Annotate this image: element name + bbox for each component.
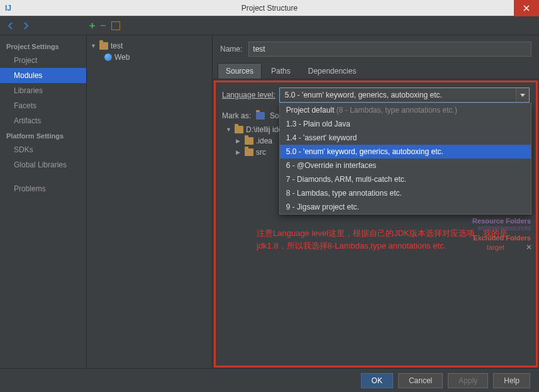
lang-option-50[interactable]: 5.0 - 'enum' keyword, generics, autoboxi… — [280, 145, 531, 159]
tab-dependencies[interactable]: Dependencies — [300, 63, 365, 79]
tab-paths[interactable]: Paths — [263, 63, 299, 79]
lang-option-14[interactable]: 1.4 - 'assert' keyword — [280, 131, 531, 145]
lang-option-6[interactable]: 6 - @Override in interfaces — [280, 159, 531, 172]
folder-icon — [245, 137, 253, 145]
expand-icon: ▼ — [91, 43, 97, 49]
collapse-icon: ▶ — [236, 149, 242, 155]
dir-label: src — [256, 148, 266, 157]
sidebar-item-modules[interactable]: Modules — [0, 68, 86, 83]
remove-button[interactable]: − — [100, 20, 106, 31]
copy-button[interactable] — [111, 21, 120, 30]
module-tree-web[interactable]: Web — [87, 52, 212, 63]
name-input[interactable] — [248, 42, 531, 57]
lang-option-9[interactable]: 9 - Jigsaw project etc. — [280, 200, 531, 214]
expand-icon: ▼ — [226, 126, 232, 133]
app-icon: IJ — [0, 0, 16, 16]
language-level-row: Language level: 5.0 - 'enum' keyword, ge… — [222, 87, 530, 103]
module-tree-panel: ▼ test Web — [87, 35, 213, 367]
arrow-right-icon — [22, 22, 30, 30]
sidebar-item-problems[interactable]: Problems — [0, 181, 86, 196]
resource-folders-header: Resource Folders — [424, 217, 537, 225]
mark-as-label: Mark as: — [222, 111, 251, 120]
tab-sources[interactable]: Sources — [218, 63, 262, 79]
ok-button[interactable]: OK — [361, 373, 393, 388]
help-button[interactable]: Help — [493, 373, 530, 388]
sidebar-item-sdks[interactable]: SDKs — [0, 142, 86, 157]
dialog-footer: OK Cancel Apply Help — [0, 368, 539, 392]
lang-option-13[interactable]: 1.3 - Plain old Java — [280, 117, 531, 131]
toolbar: + − — [0, 16, 539, 35]
window-title: Project Structure — [0, 4, 539, 13]
language-level-select[interactable]: 5.0 - 'enum' keyword, generics, autoboxi… — [279, 87, 530, 103]
module-tabs: Sources Paths Dependencies — [213, 63, 539, 79]
main-body: Project Settings Project Modules Librari… — [0, 35, 539, 367]
sources-panel: Language level: 5.0 - 'enum' keyword, ge… — [214, 81, 538, 367]
lang-option-7[interactable]: 7 - Diamonds, ARM, multi-catch etc. — [280, 172, 531, 186]
language-level-dropdown: Project default (8 - Lambdas, type annot… — [279, 103, 531, 215]
arrow-left-icon — [7, 22, 14, 30]
sidebar-item-global-libraries[interactable]: Global Libraries — [0, 157, 86, 172]
folder-icon — [99, 42, 108, 50]
language-level-label: Language level: — [222, 91, 275, 99]
module-name: test — [111, 42, 123, 50]
module-editor: Name: Sources Paths Dependencies Languag… — [213, 35, 539, 367]
folder-icon — [245, 148, 253, 156]
close-button[interactable] — [514, 0, 539, 16]
name-row: Name: — [213, 35, 539, 63]
sources-folder-icon — [256, 112, 265, 120]
close-icon — [523, 5, 530, 11]
collapse-icon: ▶ — [236, 138, 242, 144]
sidebar-item-artifacts[interactable]: Artifacts — [0, 113, 86, 128]
web-icon — [104, 53, 112, 61]
platform-settings-header: Platform Settings — [0, 128, 86, 142]
facet-name: Web — [114, 53, 130, 62]
sidebar-item-project[interactable]: Project — [0, 53, 86, 68]
lang-option-default[interactable]: Project default (8 - Lambdas, type annot… — [280, 103, 531, 117]
forward-button[interactable] — [20, 20, 31, 31]
module-tree-root[interactable]: ▼ test — [87, 40, 212, 52]
sidebar-item-libraries[interactable]: Libraries — [0, 83, 86, 98]
annotation-overlay: 注意Language level这里，根据自己的JDK版本选择对应选项，我的是j… — [257, 227, 536, 252]
dir-label: .idea — [256, 137, 272, 145]
apply-button[interactable]: Apply — [448, 373, 488, 388]
add-button[interactable]: + — [89, 20, 95, 31]
mark-sources-button[interactable]: So — [270, 111, 279, 120]
chevron-down-icon — [520, 94, 525, 97]
folder-icon — [235, 126, 243, 133]
sidebar-item-facets[interactable]: Facets — [0, 98, 86, 113]
project-settings-header: Project Settings — [0, 39, 86, 53]
name-label: Name: — [220, 45, 242, 53]
language-level-value: 5.0 - 'enum' keyword, generics, autoboxi… — [285, 91, 442, 99]
back-button[interactable] — [5, 20, 16, 31]
left-sidebar: Project Settings Project Modules Librari… — [0, 35, 87, 367]
lang-option-8[interactable]: 8 - Lambdas, type annotations etc. — [280, 186, 531, 200]
cancel-button[interactable]: Cancel — [398, 373, 443, 388]
language-level-select-wrap: 5.0 - 'enum' keyword, generics, autoboxi… — [279, 87, 530, 103]
title-bar: IJ Project Structure — [0, 0, 539, 16]
